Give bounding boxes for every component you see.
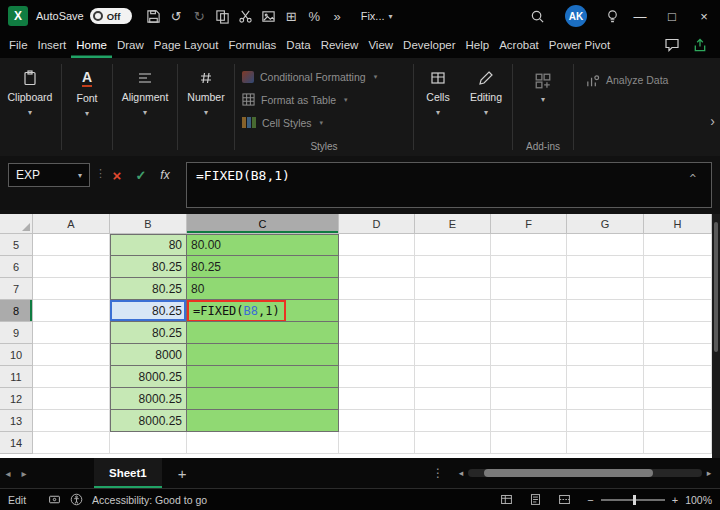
cell-D9[interactable] [339,322,415,344]
save-icon[interactable] [142,4,165,28]
cell-D10[interactable] [339,344,415,366]
cell-H13[interactable] [644,410,712,432]
cell-H8[interactable] [644,300,712,322]
cell-C11[interactable] [187,366,339,388]
cell-H12[interactable] [644,388,712,410]
analyze-data-button[interactable]: Analyze Data [585,74,668,156]
cell-A14[interactable] [33,432,110,454]
cancel-button[interactable]: × [106,164,128,186]
cell-A11[interactable] [33,366,110,388]
cell-H6[interactable] [644,256,712,278]
menu-draw[interactable]: Draw [112,32,149,58]
accessibility-icon[interactable] [70,493,83,506]
cell-D14[interactable] [339,432,415,454]
scroll-left-icon[interactable]: ◂ [454,468,468,478]
cell-C10[interactable] [187,344,339,366]
name-box[interactable]: EXP ▾ [8,163,90,187]
excel-logo-icon[interactable]: X [8,6,28,26]
formula-bar-handle-icon[interactable]: ⋮ [95,167,106,180]
cell-B13[interactable]: 8000.25 [110,410,187,432]
search-icon[interactable] [526,4,549,28]
column-header-c[interactable]: C [187,214,339,234]
cell-G11[interactable] [567,366,644,388]
cell-B5[interactable]: 80 [110,234,187,256]
ribbon-more-icon[interactable]: › [710,113,715,129]
zoom-in-icon[interactable]: + [672,494,678,506]
cell-H10[interactable] [644,344,712,366]
cell-G12[interactable] [567,388,644,410]
cell-F13[interactable] [491,410,567,432]
cell-F5[interactable] [491,234,567,256]
style-dropdown[interactable]: Fix... ▾ [361,10,393,22]
menu-view[interactable]: View [363,32,398,58]
column-header-h[interactable]: H [644,214,712,234]
ribbon-clipboard-button[interactable]: Clipboard ▾ [0,58,60,156]
format-as-table-button[interactable]: Format as Table ▾ [242,90,406,109]
comments-icon[interactable] [664,38,680,52]
row-header-10[interactable]: 10 [0,344,33,366]
zoom-slider[interactable] [601,499,665,501]
cell-H9[interactable] [644,322,712,344]
sheet-nav-left-icon[interactable]: ◂ [0,468,16,479]
cell-E5[interactable] [415,234,491,256]
row-header-6[interactable]: 6 [0,256,33,278]
cell-D12[interactable] [339,388,415,410]
picture-icon[interactable] [257,4,280,28]
vertical-scrollbar-thumb[interactable] [714,222,718,352]
add-sheet-button[interactable]: + [178,465,187,482]
ribbon-font-button[interactable]: A Font ▾ [63,58,111,156]
ribbon-alignment-button[interactable]: Alignment ▾ [114,58,176,156]
enter-button[interactable]: ✓ [130,164,152,186]
row-header-5[interactable]: 5 [0,234,33,256]
percent-icon[interactable]: % [303,4,326,28]
column-header-g[interactable]: G [567,214,644,234]
cell-B6[interactable]: 80.25 [110,256,187,278]
menu-help[interactable]: Help [461,32,495,58]
cell-E11[interactable] [415,366,491,388]
more-commands-icon[interactable]: » [326,4,349,28]
cell-F6[interactable] [491,256,567,278]
collapse-formula-bar-icon[interactable]: ^ [689,172,696,185]
cell-B11[interactable]: 8000.25 [110,366,187,388]
cell-B10[interactable]: 8000 [110,344,187,366]
menu-developer[interactable]: Developer [398,32,460,58]
cell-G14[interactable] [567,432,644,454]
macro-record-icon[interactable] [48,493,61,506]
tab-options-icon[interactable]: ⋮ [432,466,444,480]
cell-A5[interactable] [33,234,110,256]
autosave-toggle[interactable]: Off [90,8,132,24]
cell-H5[interactable] [644,234,712,256]
cell-D6[interactable] [339,256,415,278]
cell-C7[interactable]: 80 [187,278,339,300]
page-layout-view-icon[interactable] [529,493,542,506]
cell-C5[interactable]: 80.00 [187,234,339,256]
row-header-11[interactable]: 11 [0,366,33,388]
cell-C6[interactable]: 80.25 [187,256,339,278]
avatar[interactable]: AK [565,5,587,27]
cell-B9[interactable]: 80.25 [110,322,187,344]
row-header-7[interactable]: 7 [0,278,33,300]
cell-F14[interactable] [491,432,567,454]
row-header-8[interactable]: 8 [0,300,33,322]
cell-F9[interactable] [491,322,567,344]
column-header-a[interactable]: A [33,214,110,234]
lightbulb-icon[interactable] [601,4,624,28]
cell-H14[interactable] [644,432,712,454]
menu-page-layout[interactable]: Page Layout [149,32,224,58]
paste-icon[interactable] [211,4,234,28]
scroll-right-icon[interactable]: ▸ [702,468,716,478]
column-header-e[interactable]: E [415,214,491,234]
cell-G7[interactable] [567,278,644,300]
menu-formulas[interactable]: Formulas [223,32,281,58]
cut-icon[interactable] [234,4,257,28]
horizontal-scrollbar-thumb[interactable] [484,469,652,477]
horizontal-scrollbar-track[interactable] [468,469,702,477]
cell-A13[interactable] [33,410,110,432]
borders-icon[interactable]: ⊞ [280,4,303,28]
cell-G10[interactable] [567,344,644,366]
undo-icon[interactable]: ↺ [165,4,188,28]
cell-E10[interactable] [415,344,491,366]
row-header-13[interactable]: 13 [0,410,33,432]
ribbon-editing-button[interactable]: Editing ▾ [461,58,511,156]
cell-F7[interactable] [491,278,567,300]
